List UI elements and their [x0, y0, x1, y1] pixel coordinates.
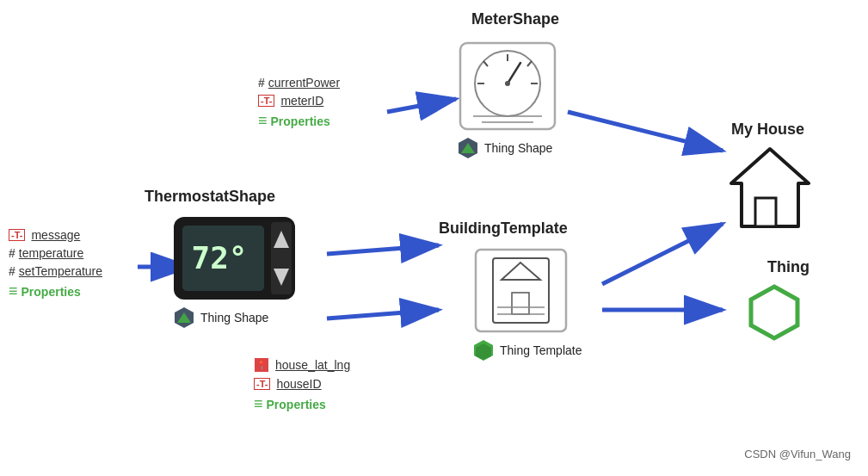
svg-line-1	[387, 99, 456, 112]
meter-shape-icon	[456, 39, 559, 137]
building-thing-template-badge: Thing Template	[471, 338, 582, 362]
svg-point-16	[505, 81, 510, 86]
my-house-label: My House	[731, 121, 804, 139]
svg-text:72°: 72°	[191, 240, 247, 275]
my-house-icon	[723, 145, 817, 234]
arrows-svg	[0, 0, 868, 476]
svg-line-2	[568, 112, 723, 151]
svg-rect-22	[493, 258, 549, 323]
building-properties-block: 📍 house_lat_lng -T- houseID ≡ Properties	[254, 357, 350, 416]
thermostat-properties-block: -T- message # temperature # setTemperatu…	[9, 228, 102, 303]
meter-shape-label: MeterShape	[471, 10, 559, 28]
csdn-credit: CSDN @Vifun_Wang	[744, 448, 851, 461]
svg-line-4	[327, 245, 439, 254]
svg-line-6	[602, 224, 723, 284]
building-template-label: BuildingTemplate	[439, 219, 568, 238]
svg-text:📍: 📍	[256, 360, 268, 371]
thermostat-shape-icon: 72°	[172, 215, 297, 305]
svg-line-5	[327, 310, 439, 318]
svg-marker-41	[751, 287, 797, 338]
thing-label: Thing	[767, 258, 810, 276]
building-template-icon	[471, 245, 570, 339]
meter-properties-block: # currentPower -T- meterID ≡ Properties	[258, 76, 340, 133]
svg-rect-40	[755, 198, 776, 226]
thing-icon	[744, 282, 804, 346]
thermostat-shape-label: ThermostatShape	[145, 188, 275, 206]
thermostat-thing-shape-badge: Thing Shape	[172, 306, 268, 330]
diagram-container: MeterShape Thing Sh	[0, 0, 868, 476]
meter-thing-shape-badge: Thing Shape	[456, 136, 552, 160]
